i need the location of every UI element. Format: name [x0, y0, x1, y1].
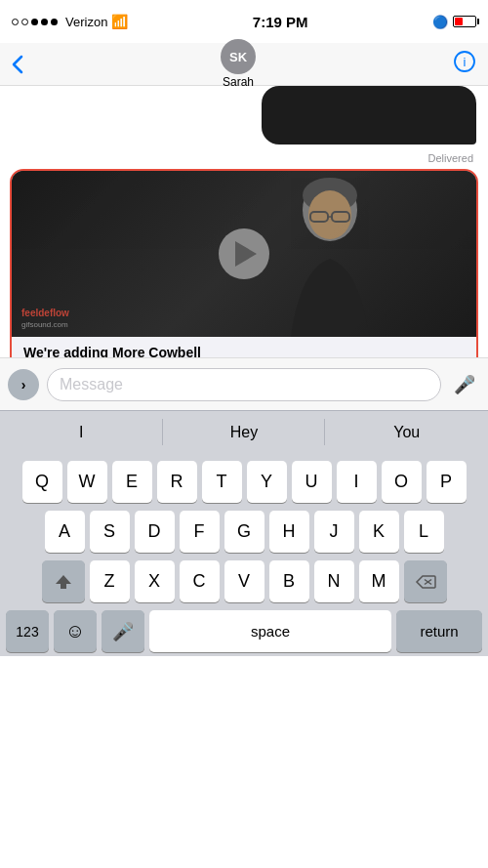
shift-key[interactable]	[42, 560, 85, 602]
key-q[interactable]: Q	[22, 461, 62, 503]
status-time: 7:19 PM	[253, 14, 308, 30]
status-bar: Verizon 📶 7:19 PM 🔵	[0, 0, 488, 43]
link-card-info[interactable]: We're adding More Cowbell youtube.com ›	[12, 337, 476, 357]
expand-button[interactable]: ›	[8, 369, 39, 400]
link-card-text: We're adding More Cowbell youtube.com	[23, 345, 451, 357]
battery-icon	[453, 16, 476, 27]
play-triangle-icon	[235, 241, 257, 267]
svg-text:i: i	[464, 55, 467, 69]
space-key[interactable]: space	[149, 610, 391, 652]
play-button[interactable]	[219, 228, 269, 279]
keyboard-row-2: A S D F G H J K L	[3, 511, 485, 553]
signal-dot-1	[12, 19, 19, 25]
input-bar: › Message 🎤	[0, 357, 488, 410]
autocomplete-label-hey: Hey	[230, 424, 258, 441]
autocomplete-label-i: I	[79, 424, 83, 441]
key-u[interactable]: U	[292, 461, 332, 503]
messages-area: Delivered	[0, 86, 488, 357]
autocomplete-item-i[interactable]: I	[0, 411, 163, 453]
key-s[interactable]: S	[90, 511, 130, 553]
info-button[interactable]: i	[453, 50, 476, 78]
link-card-video[interactable]: feeldeflow gifsound.com	[12, 171, 476, 337]
link-card-chevron-icon: ›	[459, 351, 465, 358]
keyboard-row-1: Q W E R T Y U I O P	[3, 461, 485, 503]
delete-key[interactable]	[404, 560, 447, 602]
key-w[interactable]: W	[67, 461, 107, 503]
key-p[interactable]: P	[427, 461, 467, 503]
key-b[interactable]: B	[269, 560, 309, 602]
signal-dot-5	[51, 19, 58, 25]
status-left: Verizon 📶	[12, 14, 128, 29]
key-x[interactable]: X	[135, 560, 175, 602]
video-watermark: feeldeflow gifsound.com	[21, 308, 69, 329]
key-t[interactable]: T	[202, 461, 242, 503]
keyboard-mic-key[interactable]: 🎤	[102, 610, 144, 652]
autocomplete-label-you: You	[393, 424, 420, 441]
signal-dot-2	[21, 19, 28, 25]
autocomplete-bar: I Hey You	[0, 410, 488, 453]
message-input-field[interactable]: Message	[47, 368, 441, 401]
num-key[interactable]: 123	[6, 610, 49, 652]
key-v[interactable]: V	[224, 560, 264, 602]
key-i[interactable]: I	[337, 461, 377, 503]
keyboard: Q W E R T Y U I O P A S D F G H J K L Z …	[0, 453, 488, 656]
carrier-label: Verizon	[65, 15, 107, 29]
emoji-key[interactable]: ☺	[54, 610, 97, 652]
expand-icon: ›	[21, 377, 26, 393]
key-f[interactable]: F	[180, 511, 220, 553]
keyboard-bottom-row: 123 ☺ 🎤 space return	[3, 610, 485, 656]
key-r[interactable]: R	[157, 461, 197, 503]
link-card-title: We're adding More Cowbell	[23, 345, 451, 357]
nav-bar: SK Sarah i	[0, 43, 488, 86]
signal-dot-3	[31, 19, 38, 25]
contact-avatar: SK	[221, 39, 256, 74]
key-l[interactable]: L	[404, 511, 444, 553]
autocomplete-item-hey[interactable]: Hey	[163, 411, 326, 453]
signal-dot-4	[41, 19, 48, 25]
wifi-icon: 📶	[111, 14, 128, 29]
mic-button[interactable]: 🎤	[449, 369, 480, 400]
svg-point-4	[308, 190, 351, 239]
key-c[interactable]: C	[180, 560, 220, 602]
return-key[interactable]: return	[396, 610, 482, 652]
message-placeholder: Message	[60, 376, 123, 393]
key-n[interactable]: N	[314, 560, 354, 602]
key-j[interactable]: J	[314, 511, 354, 553]
avatar-initials: SK	[229, 50, 247, 64]
key-k[interactable]: K	[359, 511, 399, 553]
received-bubble	[262, 86, 476, 145]
status-right: 🔵	[432, 15, 476, 29]
link-card[interactable]: feeldeflow gifsound.com We're adding Mor…	[10, 169, 478, 357]
key-y[interactable]: Y	[247, 461, 287, 503]
key-z[interactable]: Z	[90, 560, 130, 602]
key-g[interactable]: G	[224, 511, 264, 553]
delivered-label: Delivered	[428, 152, 473, 164]
key-m[interactable]: M	[359, 560, 399, 602]
bluetooth-icon: 🔵	[432, 15, 448, 29]
autocomplete-item-you[interactable]: You	[325, 411, 488, 453]
key-d[interactable]: D	[135, 511, 175, 553]
key-h[interactable]: H	[269, 511, 309, 553]
key-e[interactable]: E	[112, 461, 152, 503]
key-o[interactable]: O	[382, 461, 422, 503]
back-button[interactable]	[12, 55, 23, 74]
signal-dots	[12, 19, 58, 25]
keyboard-row-3: Z X C V B N M	[3, 560, 485, 602]
key-a[interactable]: A	[45, 511, 85, 553]
mic-icon: 🎤	[454, 374, 475, 395]
battery-fill	[455, 18, 463, 25]
nav-contact[interactable]: SK Sarah	[221, 39, 256, 89]
